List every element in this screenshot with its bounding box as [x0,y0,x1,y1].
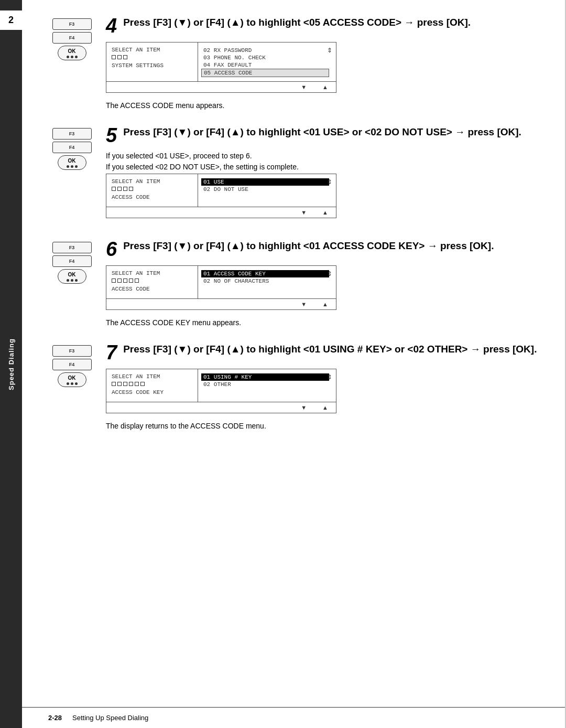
step-6-screen-left: SELECT AN ITEM ACCESS CODE [106,266,198,298]
step-5-up-arrow: ▲ [322,209,328,216]
sidebar-chapter-label: Speed Dialing [7,338,15,390]
step-7-down-arrow: ▼ [301,404,307,411]
step-4-screen-right: ⇕ 02 RX PASSWORD 03 PHONE NO. CHECK 04 F… [198,42,334,81]
step-4-screen: SELECT AN ITEM SYSTEM SETTINGS ⇕ 02 RX P… [106,42,336,93]
step-4-screen-left: SELECT AN ITEM SYSTEM SETTINGS [106,42,198,81]
step-5-nav: ▼ ▲ [106,207,336,218]
footer-page-number: 2-28 [48,714,62,722]
step-5-header: 5 Press [F3] (▼) or [F4] (▲) to highligh… [106,125,540,145]
step-7-screen-left: SELECT AN ITEM ACCESS CODE KEY [106,369,198,402]
step-7-scroll: ⇕ [327,373,332,381]
step-7-screen: SELECT AN ITEM ACCESS CODE KEY ⇕ [106,369,336,413]
step-4-down-arrow: ▼ [301,84,307,90]
step-7-screen-right: ⇕ 01 USING # KEY 02 OTHER [198,369,334,402]
step-6-title: Press [F3] (▼) or [F4] (▲) to highlight … [123,239,494,253]
step-6-content: 6 Press [F3] (▼) or [F4] (▲) to highligh… [106,239,540,327]
step-7-select-label: SELECT AN ITEM [112,373,192,380]
step-4-up-arrow: ▲ [322,84,328,90]
step-5-subtext-2: If you selected <02 DO NOT USE>, the set… [106,163,540,171]
step-4-button-diagram: F3 F4 OK [48,18,95,60]
step-7-sub-label: ACCESS CODE KEY [112,389,192,395]
step-6-screen: SELECT AN ITEM ACCESS CODE ⇕ 01 ACCESS C [106,265,336,310]
step-7-section: F3 F4 OK 7 Press [F3] (▼) or [F4] (▲) to… [48,342,540,430]
step-4-item-4: 05 ACCESS CODE [201,69,329,77]
step-5-select-label: SELECT AN ITEM [112,178,192,185]
step-5-screen-right: ⇕ 01 USE 02 DO NOT USE [198,174,334,207]
step-4-item-2: 03 PHONE NO. CHECK [203,54,329,61]
f3-button: F3 [52,18,92,30]
step-7-title: Press [F3] (▼) or [F4] (▲) to highlight … [123,342,537,356]
step-6-f3-button: F3 [52,242,92,253]
step-5-sub-label: ACCESS CODE [112,194,192,200]
f4-button: F4 [52,32,92,44]
step-5-number: 5 [106,125,117,145]
step-4-scroll: ⇕ [327,47,332,54]
step-5-section: F3 F4 OK 5 Press [F3] (▼) or [F4] (▲) to… [48,125,540,223]
step-5-title: Press [F3] (▼) or [F4] (▲) to highlight … [123,125,521,139]
step-7-item-1: 01 USING # KEY [201,373,329,381]
footer: 2-28 Setting Up Speed Dialing [22,707,566,728]
footer-chapter-title: Setting Up Speed Dialing [72,714,148,722]
step-6-select-label: SELECT AN ITEM [112,270,192,276]
step-7-number: 7 [106,342,117,362]
step-7-content: 7 Press [F3] (▼) or [F4] (▲) to highligh… [106,342,540,430]
step-4-sub-label: SYSTEM SETTINGS [112,62,192,69]
step-4-section: F3 F4 OK 4 Press [F3] (▼) or [F4] (▲) to… [48,16,540,110]
step-6-dots [112,279,192,283]
step-6-down-arrow: ▼ [301,301,307,307]
step-7-caption: The display returns to the ACCESS CODE m… [106,422,540,430]
step-7-item-2: 02 OTHER [203,381,329,388]
main-content: F3 F4 OK 4 Press [F3] (▼) or [F4] (▲) to… [22,0,566,728]
step-5-subtext-1: If you selected <01 USE>, proceed to ste… [106,152,540,160]
step-7-f4-button: F4 [52,359,92,370]
step-4-number: 4 [106,16,117,36]
step-7-up-arrow: ▲ [322,404,328,411]
step-5-button-diagram: F3 F4 OK [48,128,95,170]
step-6-scroll: ⇕ [327,270,332,277]
step-5-down-arrow: ▼ [301,209,307,216]
step-6-screen-right: ⇕ 01 ACCESS CODE KEY 02 NO OF CHARACTERS [198,266,334,298]
step-4-item-3: 04 FAX DEFAULT [203,61,329,69]
step-6-button-diagram: F3 F4 OK [48,242,95,284]
step-5-f3-button: F3 [52,128,92,140]
step-6-caption: The ACCESS CODE KEY menu appears. [106,318,540,327]
step-6-ok-button: OK [58,269,86,284]
sidebar: 2 Speed Dialing [0,0,22,728]
step-6-section: F3 F4 OK 6 Press [F3] (▼) or [F4] (▲) to… [48,239,540,327]
step-4-item-1: 02 RX PASSWORD [203,47,329,54]
step-5-f4-button: F4 [52,142,92,153]
step-4-content: 4 Press [F3] (▼) or [F4] (▲) to highligh… [106,16,540,110]
step-5-item-1: 01 USE [201,178,329,186]
step-6-number: 6 [106,239,117,259]
step-6-header: 6 Press [F3] (▼) or [F4] (▲) to highligh… [106,239,540,259]
step-4-title: Press [F3] (▼) or [F4] (▲) to highlight … [123,16,471,29]
step-6-up-arrow: ▲ [322,301,328,307]
step-4-select-label: SELECT AN ITEM [112,47,192,53]
sidebar-chapter-number: 2 [0,10,22,31]
step-4-nav: ▼ ▲ [106,81,336,92]
step-5-screen: SELECT AN ITEM ACCESS CODE ⇕ 01 USE 02 D… [106,174,336,218]
step-5-content: 5 Press [F3] (▼) or [F4] (▲) to highligh… [106,125,540,223]
step-5-dots [112,187,192,191]
step-7-nav: ▼ ▲ [106,402,336,413]
step-7-header: 7 Press [F3] (▼) or [F4] (▲) to highligh… [106,342,540,362]
step-6-nav: ▼ ▲ [106,298,336,309]
step-7-ok-button: OK [58,372,86,387]
step-5-item-2: 02 DO NOT USE [203,186,329,193]
step-5-screen-left: SELECT AN ITEM ACCESS CODE [106,174,198,207]
step-4-header: 4 Press [F3] (▼) or [F4] (▲) to highligh… [106,16,540,36]
step-4-dots [112,55,192,59]
step-6-item-1: 01 ACCESS CODE KEY [201,270,329,277]
step-7-button-diagram: F3 F4 OK [48,345,95,387]
step-6-item-2: 02 NO OF CHARACTERS [203,277,329,285]
step-7-dots [112,382,192,386]
step-5-ok-button: OK [58,155,86,170]
step-6-sub-label: ACCESS CODE [112,286,192,292]
step-4-caption: The ACCESS CODE menu appears. [106,101,540,110]
step-7-f3-button: F3 [52,345,92,357]
step-5-scroll: ⇕ [327,178,332,186]
ok-button: OK [58,46,86,60]
step-6-f4-button: F4 [52,255,92,267]
